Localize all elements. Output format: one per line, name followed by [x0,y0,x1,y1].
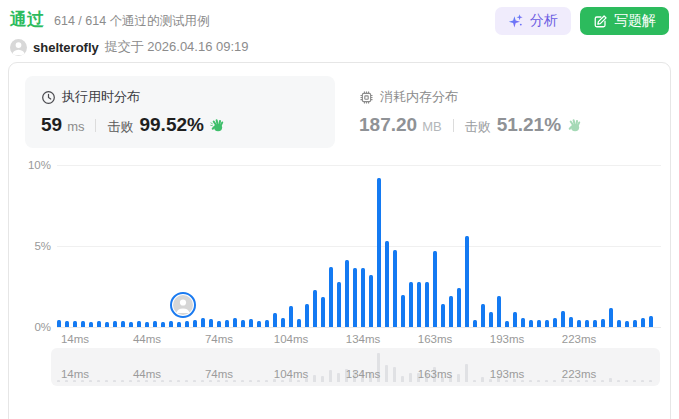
user-result-marker[interactable] [170,292,196,318]
histogram-bar[interactable] [369,275,373,327]
histogram-bar[interactable] [489,312,493,327]
y-axis-tick-5: 5% [9,240,51,252]
histogram-bar[interactable] [513,312,517,327]
histogram-bar[interactable] [145,322,149,327]
histogram-bar[interactable] [193,320,197,327]
histogram-bar[interactable] [169,321,173,327]
chart-zoom-slider[interactable]: 14ms44ms74ms104ms134ms163ms193ms223ms [51,348,660,386]
histogram-bar[interactable] [65,321,69,327]
histogram-bar[interactable] [553,318,557,327]
histogram-bar[interactable] [537,320,541,327]
minimap-bar [393,367,396,382]
histogram-bar[interactable] [305,304,309,327]
minimap-bar [153,380,156,382]
histogram-bar[interactable] [577,320,581,327]
runtime-distribution-card[interactable]: 执行用时分布 59 ms 击败 99.52% [25,76,335,148]
runtime-beat-label: 击败 [107,118,133,136]
histogram-bar[interactable] [225,320,229,327]
histogram-bar[interactable] [241,320,245,327]
histogram-bar[interactable] [209,319,213,327]
histogram-bar[interactable] [561,311,565,327]
histogram-bar[interactable] [641,318,645,327]
person-icon [173,295,193,315]
analyze-button[interactable]: 分析 [495,7,571,35]
histogram-bar[interactable] [185,321,189,327]
histogram-bar[interactable] [353,268,357,327]
histogram-bar[interactable] [473,320,477,327]
histogram-bar[interactable] [609,308,613,327]
histogram-bar[interactable] [441,304,445,327]
minimap-bar [129,380,132,382]
histogram-bar[interactable] [289,306,293,327]
histogram-bar[interactable] [113,321,117,327]
histogram-bar[interactable] [649,316,653,327]
minimap-bar [465,364,468,382]
histogram-bar[interactable] [297,319,301,327]
memory-distribution-card[interactable]: 消耗内存分布 187.20 MB 击败 51.21% [343,76,654,148]
histogram-bar[interactable] [545,320,549,327]
histogram-bar[interactable] [345,260,349,327]
histogram-bar[interactable] [201,318,205,327]
histogram-bar[interactable] [137,321,141,327]
histogram-bar[interactable] [409,282,413,327]
histogram-bar[interactable] [129,322,133,327]
minimap-bar [249,380,252,382]
histogram-bar[interactable] [633,320,637,327]
x-axis-line [57,327,661,328]
histogram-bar[interactable] [153,321,157,327]
histogram-bar[interactable] [249,319,253,327]
histogram-bar[interactable] [81,321,85,327]
histogram-bar[interactable] [161,322,165,327]
histogram-bar[interactable] [425,282,429,327]
histogram-bar[interactable] [417,282,421,327]
minimap-bar [545,380,548,382]
memory-unit: MB [422,119,442,134]
histogram-bar[interactable] [73,321,77,327]
histogram-bar[interactable] [617,320,621,327]
histogram-bar[interactable] [281,318,285,327]
histogram-bar[interactable] [393,250,397,327]
edit-icon [593,14,608,29]
write-solution-button[interactable]: 写题解 [580,7,669,35]
histogram-bar[interactable] [585,320,589,327]
memory-value: 187.20 [359,114,417,136]
username[interactable]: shelterofly [33,40,99,55]
histogram-bar[interactable] [521,318,525,327]
histogram-bar[interactable] [569,317,573,327]
histogram-bar[interactable] [593,320,597,327]
histogram-bar[interactable] [505,321,509,327]
histogram-bar[interactable] [233,318,237,327]
histogram-bar[interactable] [377,178,381,327]
histogram-bar[interactable] [265,320,269,327]
histogram-bar[interactable] [465,236,469,327]
minimap-bar [577,380,580,382]
histogram-bar[interactable] [57,320,61,327]
histogram-bar[interactable] [257,321,261,327]
histogram-bar[interactable] [385,241,389,327]
histogram-bar[interactable] [449,296,453,327]
histogram-bar[interactable] [273,313,277,327]
histogram-bar[interactable] [529,320,533,327]
histogram-bar[interactable] [497,296,501,327]
histogram-bar[interactable] [89,322,93,327]
histogram-bar[interactable] [217,321,221,327]
histogram-bar[interactable] [321,297,325,327]
plot-area [57,165,661,327]
histogram-bar[interactable] [361,268,365,327]
histogram-bar[interactable] [97,321,101,327]
histogram-bar[interactable] [481,304,485,327]
histogram-bar[interactable] [105,322,109,327]
histogram-bar[interactable] [433,251,437,327]
histogram-bar[interactable] [601,319,605,327]
histogram-bar[interactable] [457,288,461,327]
histogram-bar[interactable] [401,295,405,327]
minimap-bar [569,380,572,382]
histogram-bar[interactable] [329,267,333,327]
histogram-bar[interactable] [625,321,629,327]
histogram-bar[interactable] [177,322,181,327]
histogram-bar[interactable] [337,282,341,327]
x-axis-label: 193ms [490,333,525,345]
histogram-bar[interactable] [121,321,125,327]
x-axis-label: 134ms [346,333,381,345]
histogram-bar[interactable] [313,290,317,327]
